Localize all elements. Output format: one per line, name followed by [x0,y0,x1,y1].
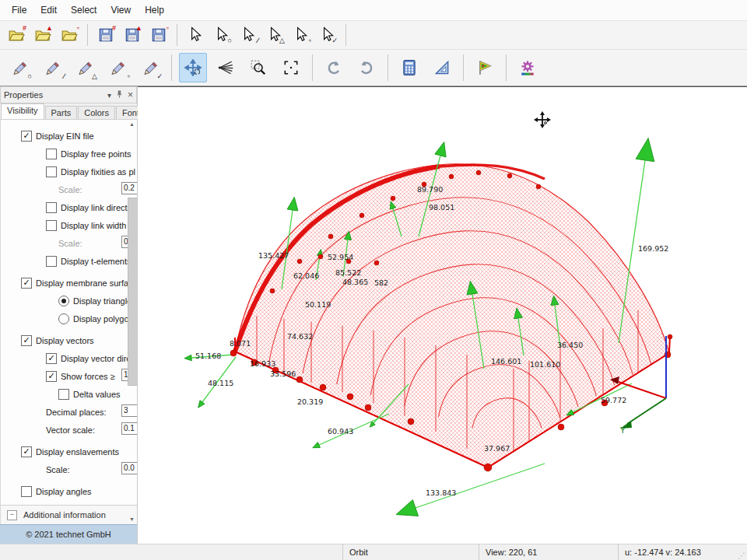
settings-gear-button[interactable] [514,53,542,82]
panel-scrollbar[interactable]: ▲ ▼ [127,120,137,524]
toolbar-separator [177,24,177,46]
tab-parts[interactable]: Parts [45,106,78,119]
zoom-tool-button[interactable] [244,53,272,82]
status-bar: Orbit View: 220, 61 u: -12.474 v: 24.163… [0,544,747,560]
checkbox[interactable] [46,220,57,231]
force-label: 37.967 [484,444,510,453]
scrollbar-thumb[interactable] [128,198,137,386]
calculate-button[interactable] [395,53,423,82]
checkbox[interactable]: ✓ [21,278,32,289]
option-label: Display vectors [36,336,94,345]
redo-button[interactable] [352,53,381,82]
orbit-icon [184,59,202,76]
scroll-up-icon[interactable]: ▲ [129,120,135,129]
additional-information-section[interactable]: − Additional information [1,505,137,524]
select-cursor-button[interactable] [184,23,207,47]
force-label: 16.933 [250,359,275,368]
select-triangles-button[interactable]: △ [263,23,286,47]
folder-icon [61,26,78,44]
force-label: 33.596 [270,369,296,378]
menu-item-view[interactable]: View [103,2,138,18]
checkbox[interactable] [46,256,57,267]
scroll-down-icon[interactable]: ▼ [129,515,135,524]
fit-icon [282,59,300,76]
overlay-glyph: △ [92,73,97,80]
panel-menu-icon[interactable]: ▾ [107,91,111,100]
radio-button[interactable] [58,296,69,306]
overlay-glyph: ○ [228,37,232,44]
option-row: ✓Display enslavements [1,443,137,460]
overlay-glyph: # [23,25,26,32]
orbit-tool-button[interactable] [179,53,207,82]
save-triangle-file-button[interactable]: ▲ [121,23,144,47]
select-points-button[interactable]: ○ [210,23,233,47]
option-row: Display link width [1,216,137,234]
select-squares-button[interactable]: ▫ [289,23,313,47]
checkbox[interactable]: ✓ [21,131,32,142]
vector-arrowhead [435,142,446,157]
undo-icon [325,59,342,76]
radio-button[interactable] [58,313,69,324]
scene-canvas[interactable]: 89.79098.051135.42752.95485.52262.04648.… [138,87,747,544]
force-label: 60.943 [328,427,353,436]
force-label: 36.450 [557,341,583,349]
tab-colors[interactable]: Colors [78,106,115,119]
force-label: 62.046 [293,271,319,280]
pin-icon[interactable] [116,89,123,100]
checkbox[interactable] [46,149,57,159]
menu-item-file[interactable]: File [5,2,33,18]
draw-squares-button[interactable]: ▫ [103,53,132,82]
resize-grip[interactable]: ⋰ [736,544,747,560]
floppy-icon [150,26,167,44]
menu-item-select[interactable]: Select [64,2,103,18]
checkbox[interactable]: ✓ [46,371,57,382]
option-label: Display vector direc [61,354,135,363]
scrollbar-track[interactable] [128,129,136,515]
status-uv: u: -12.474 v: 24.163 [618,544,736,560]
measure-button[interactable] [428,53,456,82]
app-window: FileEditSelectViewHelp #▲▫#▲▫○∕△▫✓ ○∕△▫✓… [0,0,747,560]
checkbox[interactable]: ✓ [46,353,57,364]
tab-visibility[interactable]: Visibility [1,103,44,119]
save-ein-file-button[interactable]: # [94,23,117,47]
force-label: 20.319 [297,397,323,406]
properties-panel: Properties ▾ × VisibilityPartsColorsFont… [0,86,138,544]
run-flag-button[interactable] [471,53,499,82]
menu-item-edit[interactable]: Edit [33,2,64,18]
force-label: 48.115 [208,379,233,387]
checkbox[interactable] [46,166,57,177]
draw-triangles-button[interactable]: △ [71,53,99,82]
redo-icon [358,59,375,76]
toolbar-separator [312,54,313,81]
status-view: View: 220, 61 [479,544,618,560]
draw-points-button[interactable]: ○ [5,53,33,82]
option-label: Display membrane surface: [36,278,137,288]
open-triangle-file-button[interactable]: ▲ [31,23,54,47]
checkbox[interactable]: ✓ [21,446,32,457]
overlay-glyph: ∕ [257,37,258,44]
rays-tool-button[interactable] [212,53,240,82]
select-check-button[interactable]: ✓ [316,23,339,47]
save-square-file-button[interactable]: ▫ [147,23,170,47]
option-label: Display angles [36,487,92,496]
select-lines-button[interactable]: ∕ [237,23,260,47]
status-empty [0,544,342,560]
checkbox[interactable] [58,389,69,400]
open-square-file-button[interactable]: ▫ [58,23,81,47]
checkbox[interactable]: ✓ [21,335,32,346]
menu-item-help[interactable]: Help [138,2,171,18]
option-row: Display fixities as pl [1,163,137,180]
orbit-cursor-icon [534,111,551,128]
checkbox[interactable] [46,202,57,213]
undo-button[interactable] [320,53,348,82]
draw-lines-button[interactable]: ∕ [38,53,66,82]
viewport-3d[interactable]: 89.79098.051135.42752.95485.52262.04648.… [138,86,747,544]
close-icon[interactable]: × [128,89,133,100]
checkbox[interactable] [21,486,32,497]
draw-check-button[interactable]: ✓ [136,53,164,82]
toolbar-separator [171,54,172,81]
option-row: ✓Display membrane surface: [1,274,137,292]
fit-view-button[interactable] [277,53,305,82]
pencil-icon [76,59,93,76]
open-ein-file-button[interactable]: # [5,23,28,47]
